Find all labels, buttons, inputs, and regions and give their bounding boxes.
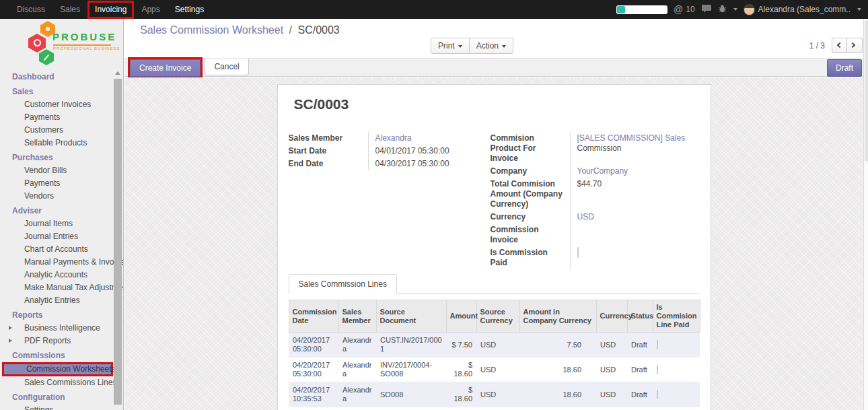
commission-product-line2: Commission: [577, 143, 696, 153]
sidebar-item-commission-worksheets[interactable]: Commission Worksheets: [2, 362, 113, 376]
status-badge[interactable]: Draft: [827, 59, 862, 77]
debug-menu[interactable]: [718, 4, 737, 15]
sidebar-item-vendor-bills[interactable]: Vendor Bills: [0, 164, 113, 177]
field-label: Is Commission Paid: [491, 246, 570, 269]
menu-sales[interactable]: Sales: [52, 0, 87, 19]
cancel-button[interactable]: Cancel: [205, 59, 248, 75]
col-sales-member[interactable]: Sales Member: [338, 300, 376, 333]
page-scrollbar[interactable]: [863, 19, 868, 410]
sidebar-item-customers[interactable]: Customers: [0, 124, 113, 137]
annotation-box-create-invoice: Create Invoice: [128, 57, 203, 79]
sidebar-scrollbar[interactable]: [113, 70, 122, 410]
action-button[interactable]: Action: [470, 38, 513, 54]
user-menu[interactable]: Alexandra (Sales_comm..: [744, 4, 861, 15]
scroll-up-icon[interactable]: [115, 71, 120, 75]
sidebar-scrollbar-thumb[interactable]: [114, 79, 122, 405]
col-currency[interactable]: Currency: [596, 300, 627, 333]
table-row[interactable]: 04/20/2017 05:30:00 Alexandra INV/2017/0…: [289, 357, 700, 382]
form-sheet: SC/0003 Sales Member Alexandra Start Dat…: [277, 84, 711, 410]
sidebar-item-payments[interactable]: Payments: [0, 111, 113, 124]
sidebar-section-adviser[interactable]: Adviser: [0, 205, 113, 217]
commission-lines-table: Commission Date Sales Member Source Docu…: [289, 300, 700, 407]
timer-pill[interactable]: [616, 5, 667, 14]
sidebar-section-reports[interactable]: Reports: [0, 309, 113, 322]
field-label: End Date: [289, 158, 368, 170]
sidebar-item-sales-commissions-lines[interactable]: Sales Commissions Lines: [0, 376, 113, 389]
sidebar-item-pdf-reports[interactable]: PDF Reports: [0, 335, 113, 347]
sidebar: PROBUSE PROFESSIONAL BUSINESS Dashboard …: [0, 19, 124, 410]
field-label: Company: [491, 165, 570, 178]
sidebar-item-customer-invoices[interactable]: Customer Invoices: [0, 98, 113, 111]
sidebar-item-journal-entries[interactable]: Journal Entries: [0, 230, 113, 243]
start-date-value: 04/01/2017 05:30:00: [368, 145, 484, 158]
sidebar-item-sellable-products[interactable]: Sellable Products: [0, 137, 113, 149]
line-paid-checkbox[interactable]: [657, 340, 658, 349]
sidebar-item-vendors[interactable]: Vendors: [0, 190, 113, 203]
logo-subtitle: PROFESSIONAL BUSINESS: [53, 44, 111, 50]
commission-product-link[interactable]: [SALES COMMISSION] Sales: [577, 133, 696, 143]
main-menu: Discuss Sales Invoicing Apps Settings: [9, 0, 211, 19]
company-link[interactable]: YourCompany: [577, 166, 628, 176]
menu-settings[interactable]: Settings: [168, 0, 211, 19]
sidebar-item-analytic-entries[interactable]: Analytic Entries: [0, 294, 113, 307]
menu-invoicing[interactable]: Invoicing: [87, 1, 134, 19]
table-row[interactable]: 04/20/2017 05:30:00 Alexandra CUST.IN/20…: [289, 333, 700, 357]
col-status[interactable]: Status: [627, 300, 653, 333]
pager-next-button[interactable]: [847, 38, 863, 53]
sidebar-item-business-intelligence[interactable]: Business Intelligence: [0, 322, 113, 335]
mention-icon: @: [674, 4, 683, 15]
pager: 1 / 3: [809, 38, 863, 53]
sales-member-link[interactable]: Alexandra: [375, 133, 412, 143]
field-end-date: End Date 04/30/2017 05:30:00: [289, 158, 484, 170]
sidebar-section-sales[interactable]: Sales: [0, 86, 113, 98]
line-paid-checkbox[interactable]: [657, 365, 658, 374]
sidebar-item-journal-items[interactable]: Journal Items: [0, 217, 113, 230]
content-area: Sales Commission Worksheet / SC/0003 Pri…: [124, 19, 868, 410]
sidebar-item-manual-payments-invoices[interactable]: Manual Payments & Invoice...: [0, 256, 113, 269]
print-button[interactable]: Print: [431, 38, 470, 54]
col-is-commission-line-paid[interactable]: Is Commision Line Paid: [653, 300, 700, 333]
breadcrumb-parent-link[interactable]: Sales Commission Worksheet: [140, 24, 283, 36]
breadcrumb-separator: /: [289, 24, 292, 36]
mention-counter[interactable]: @ 10: [674, 4, 695, 15]
page-scrollbar-thumb[interactable]: [865, 20, 868, 162]
sidebar-section-commissions[interactable]: Commissions: [0, 349, 113, 362]
table-row[interactable]: 04/20/2017 10:35:53 Alexandra SO008 $ 18…: [289, 382, 700, 407]
chat-icon[interactable]: [701, 4, 712, 15]
menu-apps[interactable]: Apps: [134, 0, 167, 19]
create-invoice-button[interactable]: Create Invoice: [130, 59, 201, 77]
chevron-right-icon: [850, 42, 855, 48]
pager-previous-button[interactable]: [832, 38, 847, 53]
field-group: Sales Member Alexandra Start Date 04/01/…: [289, 132, 700, 269]
currency-link[interactable]: USD: [577, 212, 594, 221]
field-sales-member: Sales Member Alexandra: [289, 132, 484, 145]
menu-discuss[interactable]: Discuss: [9, 0, 52, 19]
col-commission-date[interactable]: Commission Date: [289, 300, 338, 333]
sidebar-item-dashboard[interactable]: Dashboard: [0, 71, 113, 83]
field-is-commission-paid: Is Commission Paid: [491, 246, 696, 269]
table-header-row: Commission Date Sales Member Source Docu…: [289, 300, 700, 333]
logo-hexagon-green-icon: [39, 49, 54, 65]
is-commission-paid-checkbox[interactable]: [577, 247, 579, 258]
sidebar-item-settings[interactable]: Settings: [0, 404, 113, 410]
bug-icon: [718, 4, 727, 15]
sidebar-item-analytic-accounts[interactable]: Analytic Accounts: [0, 269, 113, 281]
sidebar-item-chart-of-accounts[interactable]: Chart of Accounts: [0, 243, 113, 256]
sidebar-item-payments-purchase[interactable]: Payments: [0, 177, 113, 190]
sidebar-section-purchases[interactable]: Purchases: [0, 151, 113, 164]
field-start-date: Start Date 04/01/2017 05:30:00: [289, 145, 484, 158]
expand-arrow-icon: [9, 326, 12, 330]
line-paid-checkbox[interactable]: [657, 390, 658, 399]
app-logo[interactable]: PROBUSE PROFESSIONAL BUSINESS: [0, 19, 123, 67]
col-amount-company-currency[interactable]: Amount in Company Currency: [519, 300, 596, 333]
col-source-currency[interactable]: Source Currency: [476, 300, 519, 333]
pager-count: 1 / 3: [809, 41, 825, 50]
record-title: SC/0003: [294, 96, 700, 113]
total-commission-amount-value: $44.70: [570, 178, 696, 211]
col-source-document[interactable]: Source Document: [376, 300, 446, 333]
sidebar-section-configuration[interactable]: Configuration: [0, 391, 113, 404]
caret-down-icon: [502, 45, 506, 48]
col-amount[interactable]: Amount: [446, 300, 476, 333]
tab-sales-commission-lines[interactable]: Sales Commission Lines: [289, 274, 397, 294]
sidebar-item-make-manual-tax-adjustments[interactable]: Make Manual Tax Adjustme...: [0, 281, 113, 294]
